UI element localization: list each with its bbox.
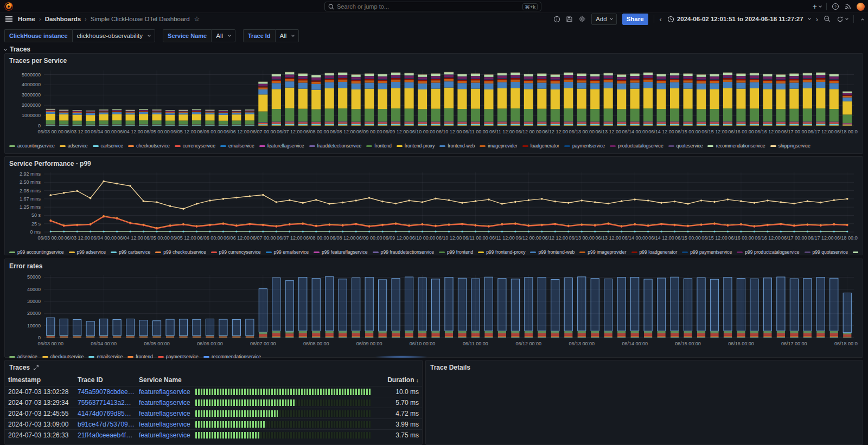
col-duration[interactable]: Duration↓	[376, 376, 419, 384]
cell-trace-id-link[interactable]: b91ce47d753709695f1d...	[78, 421, 139, 428]
cell-service-link[interactable]: featureflagservice	[139, 388, 195, 396]
insights-icon[interactable]	[553, 16, 560, 23]
panel-title[interactable]: Service Performance - p99	[9, 159, 858, 168]
search-input[interactable]	[337, 3, 522, 10]
legend-item[interactable]: adservice	[60, 143, 88, 149]
cell-trace-id-link[interactable]: 75563771413a22a54618...	[78, 399, 139, 407]
cell-trace-id-link[interactable]: 41474d0769d85ee2828...	[78, 410, 139, 417]
legend-item[interactable]: cartservice	[93, 143, 124, 149]
legend-item[interactable]: checkoutservice	[42, 354, 84, 359]
legend-item[interactable]: p99 currencyservice	[211, 249, 261, 255]
legend-item[interactable]: p99 cartservice	[111, 249, 150, 255]
legend-item[interactable]: frontend-web	[439, 143, 475, 149]
cell-service-link[interactable]: featureflagservice	[139, 399, 195, 407]
legend-item[interactable]: p99 quoteservice	[805, 249, 848, 255]
legend-item[interactable]: p99 frontend-proxy	[478, 249, 525, 255]
legend-item[interactable]: p99 adservice	[69, 249, 106, 255]
legend-item[interactable]: imageprovider	[480, 143, 517, 149]
time-shift-back-icon[interactable]: ‹	[660, 15, 662, 23]
legend-item[interactable]: shippingservice	[770, 143, 810, 149]
cell-service-link[interactable]: featureflagservice	[139, 410, 195, 417]
variable-clickhouse-instance[interactable]: ClickHouse instance clickhouse-observabi…	[4, 29, 155, 42]
menu-icon[interactable]	[5, 15, 12, 23]
legend-color-dash	[805, 251, 810, 253]
legend-item[interactable]: loadgenerator	[522, 143, 559, 149]
new-item-button[interactable]: +	[813, 2, 821, 11]
legend-item[interactable]: currencyservice	[175, 143, 215, 149]
legend-item[interactable]: adservice	[9, 354, 37, 359]
legend-item[interactable]: emailservice	[220, 143, 254, 149]
legend-item[interactable]: emailservice	[88, 354, 123, 359]
settings-gear-icon[interactable]	[578, 15, 586, 23]
refresh-control[interactable]	[837, 16, 848, 23]
zoom-out-icon[interactable]	[824, 15, 831, 23]
legend-item[interactable]: quoteservice	[668, 143, 703, 149]
expand-icon[interactable]	[33, 365, 39, 371]
user-avatar[interactable]	[857, 3, 865, 11]
legend-item[interactable]: p99 loadgenerator	[631, 249, 678, 255]
svg-text:06/11 00:00: 06/11 00:00	[463, 129, 488, 134]
cell-trace-id-link[interactable]: 21ff4a0ceeaeb4fd90af0...	[78, 431, 139, 439]
legend-item[interactable]: paymentservice	[158, 354, 199, 359]
cell-trace-id-link[interactable]: 745a59078cbdeec39b7...	[78, 388, 139, 396]
cell-service-link[interactable]: featureflagservice	[139, 431, 195, 439]
legend-item[interactable]: recommendationservice	[707, 143, 765, 149]
legend-item[interactable]: recommendationservice	[203, 354, 261, 359]
legend-item[interactable]: accountingservice	[9, 143, 55, 149]
chevron-right-icon: ›	[85, 16, 87, 22]
col-timestamp[interactable]: timestamp	[8, 376, 78, 384]
save-icon[interactable]	[566, 16, 573, 23]
legend-item[interactable]: p99 productcatalogservice	[737, 249, 799, 255]
traces-per-service-chart[interactable]: 01000000200000030000004000000500000006/0…	[9, 65, 858, 141]
grafana-logo-icon[interactable]	[4, 2, 14, 11]
news-icon[interactable]	[844, 3, 852, 10]
collapse-toolbar-icon[interactable]	[861, 18, 864, 22]
time-range-picker[interactable]: 2024-06-02 12:01:51 to 2024-06-18 11:27:…	[667, 16, 810, 23]
legend-item[interactable]: p99 paymentservice	[682, 249, 732, 255]
variable-trace-id[interactable]: Trace Id All	[243, 29, 299, 42]
global-search[interactable]: ⌘+k	[324, 2, 541, 11]
panel-title[interactable]: Traces per Service	[9, 56, 858, 65]
legend-item[interactable]: paymentservice	[564, 143, 605, 149]
legend-item[interactable]: frontend-proxy	[397, 143, 435, 149]
col-service-name[interactable]: Service Name	[139, 376, 195, 384]
legend-item[interactable]: p99 emailservice	[266, 249, 309, 255]
help-icon[interactable]: ?	[832, 3, 839, 10]
error-rates-chart[interactable]: 0100002000030000400005000006/03 00:0006/…	[9, 270, 858, 352]
legend-color-dash	[42, 356, 48, 358]
legend-color-dash	[69, 251, 75, 253]
add-button[interactable]: Add	[591, 14, 616, 25]
favorite-star-icon[interactable]: ☆	[194, 15, 200, 23]
service-performance-chart[interactable]: 0 ms25 s50 s1.25 mins1.67 mins2.08 mins2…	[9, 168, 858, 247]
legend-item[interactable]: frontend	[127, 354, 153, 359]
col-trace-id[interactable]: Trace ID	[78, 376, 139, 384]
legend-item[interactable]: checkoutservice	[128, 143, 170, 149]
legend-item[interactable]: p99 frontend-web	[530, 249, 575, 255]
legend-item[interactable]: p99 frontend	[439, 249, 473, 255]
breadcrumb-dashboards[interactable]: Dashboards	[45, 16, 81, 22]
legend-item[interactable]: productcatalogservice	[610, 143, 663, 149]
legend-item[interactable]: p99 checkoutservice	[155, 249, 206, 255]
svg-text:06/08 12:00: 06/08 12:00	[330, 129, 356, 134]
legend-item[interactable]: p99 imageprovider	[579, 249, 626, 255]
legend-item[interactable]: p99 frauddetectionservice	[373, 249, 434, 255]
legend-item[interactable]: p99 recommendationservice	[853, 249, 858, 255]
legend-item[interactable]: frontend	[366, 143, 392, 149]
cell-service-link[interactable]: featureflagservice	[139, 421, 195, 428]
legend-item[interactable]: p99 accountingservice	[9, 249, 64, 255]
time-shift-forward-icon[interactable]: ›	[816, 15, 818, 23]
panel-title[interactable]: Traces	[5, 363, 422, 372]
variable-service-name[interactable]: Service Name All	[163, 29, 235, 42]
svg-text:06/17 12:00: 06/17 12:00	[808, 235, 834, 241]
panel-title[interactable]: Trace Details	[430, 363, 858, 372]
share-button[interactable]: Share	[622, 14, 648, 25]
panel-title[interactable]: Error rates	[9, 262, 858, 270]
row-traces[interactable]: Traces	[4, 46, 30, 53]
breadcrumb-home[interactable]: Home	[18, 16, 35, 22]
cell-duration: 10.0 ms	[376, 388, 419, 396]
legend-item[interactable]: p99 featureflagservice	[314, 249, 368, 255]
legend-item[interactable]: featureflagservice	[259, 143, 304, 149]
panel-error-rates: Error rates 0100002000030000400005000006…	[4, 259, 863, 358]
svg-text:1.67 mins: 1.67 mins	[20, 196, 41, 202]
legend-item[interactable]: frauddetectionservice	[309, 143, 362, 149]
